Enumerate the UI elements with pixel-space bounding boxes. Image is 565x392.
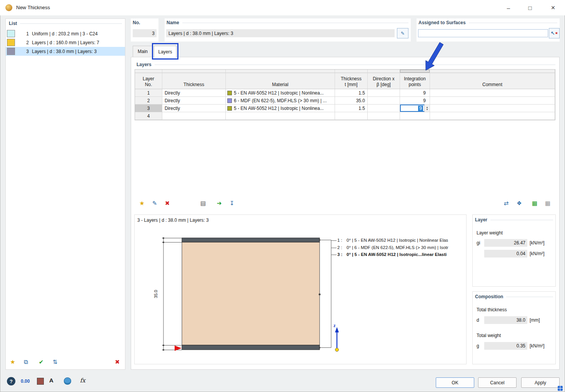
delete-thickness-button[interactable]: ✖: [113, 357, 122, 367]
close-button[interactable]: ×: [544, 0, 562, 15]
thickness-value-cell[interactable]: [335, 112, 368, 120]
list-item[interactable]: 2 Layers | d : 160.0 mm | Layers: 7: [6, 38, 125, 47]
layer-number-cell[interactable]: 3: [135, 105, 162, 112]
help-button[interactable]: ?: [6, 376, 16, 386]
list-item-label: Uniform | d : 203.2 mm | 3 - C24: [32, 31, 98, 37]
pick-cursor-icon: ↖: [551, 30, 555, 36]
header-direction: Direction xβ [deg]: [368, 73, 400, 89]
direction-cell[interactable]: [368, 112, 400, 120]
integration-points-edit-cell[interactable]: 9 ▴ ▾: [400, 105, 430, 112]
new-thickness-button[interactable]: ★: [8, 357, 17, 367]
thickness-value-cell[interactable]: 35.0: [335, 97, 368, 105]
windows-logo-icon: [558, 386, 563, 391]
thickness-type-cell[interactable]: Directly: [162, 105, 226, 112]
apply-button[interactable]: Apply: [521, 377, 560, 388]
cancel-button[interactable]: Cancel: [478, 377, 517, 388]
d-label: d: [477, 317, 479, 323]
edit-layer-button[interactable]: ✎: [150, 199, 159, 208]
comment-cell[interactable]: [430, 112, 555, 120]
check-thicknesses-button[interactable]: ✔: [37, 357, 46, 367]
header-line: β [deg]: [377, 82, 391, 88]
import-table-button[interactable]: ▦: [543, 199, 552, 208]
material-text: 5 - EN AW-5052 H12 | Isotropic | Nonline…: [234, 106, 324, 111]
decimals-icon: 0.00: [21, 379, 30, 384]
material-cell[interactable]: 5 - EN AW-5052 H12 | Isotropic | Nonline…: [226, 89, 335, 97]
decimal-places-button[interactable]: 0.00: [21, 379, 30, 384]
list-title-text: List: [9, 21, 17, 26]
check-icon: ✔: [39, 359, 44, 365]
transfer-button[interactable]: ⇄: [502, 199, 511, 208]
pick-x-icon: ✖: [555, 32, 558, 35]
material-cell[interactable]: [226, 112, 335, 120]
font-button[interactable]: A: [49, 377, 53, 384]
composite-button[interactable]: ❖: [515, 199, 524, 208]
save-layers-button[interactable]: ↧: [227, 199, 237, 208]
layer-number-cell[interactable]: 2: [135, 97, 162, 105]
assigned-surfaces-field[interactable]: [418, 29, 548, 37]
header-line: No.: [145, 82, 152, 88]
maximize-icon: □: [528, 5, 532, 11]
list-item-number: 3: [15, 49, 29, 54]
copy-thickness-button[interactable]: ⧉: [21, 357, 30, 367]
material-cell[interactable]: 6 - MDF (EN 622-5), MDF.HLS (> 30 mm) | …: [226, 97, 335, 105]
add-layer-button[interactable]: ★: [137, 199, 147, 208]
header-line: t [mm]: [345, 82, 357, 88]
color-button[interactable]: [37, 378, 44, 385]
pick-surfaces-button[interactable]: ↖✖: [549, 28, 560, 38]
globe-button[interactable]: [64, 377, 71, 385]
integration-points-input[interactable]: 9: [418, 106, 423, 111]
composite-icon: ❖: [517, 200, 522, 207]
list-item-selected[interactable]: 3 Layers | d : 38.0 mm | Layers: 3: [6, 47, 125, 56]
legend-text: 0° | 6 - MDF (EN 622-5), MDF.HLS (> 30 m…: [347, 245, 448, 250]
direction-cell[interactable]: [368, 97, 400, 105]
edit-name-button[interactable]: ✎: [397, 28, 408, 38]
name-field[interactable]: Layers | d : 38.0 mm | Layers: 3: [166, 29, 395, 37]
minimize-button[interactable]: –: [500, 0, 517, 15]
thickness-value-cell[interactable]: 1.5: [335, 89, 368, 97]
layers-section-title: Layers: [137, 62, 555, 67]
comment-cell[interactable]: [430, 97, 555, 105]
formula-button[interactable]: fx: [80, 377, 85, 384]
import-layers-button[interactable]: ➔: [215, 199, 224, 208]
dimension-lines: [162, 238, 182, 350]
strip-cell: [226, 70, 335, 73]
comment-cell[interactable]: [430, 105, 555, 112]
integration-points-cell[interactable]: [400, 112, 430, 120]
no-field[interactable]: 3: [133, 29, 157, 37]
spinner[interactable]: ▴ ▾: [424, 105, 430, 112]
spinner-down-icon[interactable]: ▾: [427, 108, 428, 111]
composition-title-text: Composition: [475, 294, 503, 299]
delete-layer-button[interactable]: ✖: [163, 199, 172, 208]
layer-number-cell[interactable]: 1: [135, 89, 162, 97]
direction-cell[interactable]: [368, 105, 400, 112]
section-top-face: [182, 238, 320, 242]
g-unit: [kN/m²]: [530, 343, 545, 349]
material-library-button[interactable]: ▤: [198, 199, 208, 208]
material-cell[interactable]: 5 - EN AW-5052 H12 | Isotropic | Nonline…: [226, 105, 335, 112]
integration-points-cell[interactable]: 9: [400, 97, 430, 105]
integration-points-cell[interactable]: 9: [400, 89, 430, 97]
list-item[interactable]: 1 Uniform | d : 203.2 mm | 3 - C24: [6, 29, 125, 38]
gi-unit: [kN/m³]: [530, 240, 545, 246]
legend-item-active: 3 : 0° | 5 - EN AW-5052 H12 | Isotropic.…: [337, 252, 466, 257]
title-rule: [490, 220, 553, 220]
new-thickness-dialog: New Thickness – □ × List 1 Uniform | d :…: [0, 0, 565, 392]
ok-button[interactable]: OK: [436, 377, 474, 388]
header-line: points: [408, 82, 421, 88]
thickness-type-cell[interactable]: Directly: [162, 89, 226, 97]
maximize-button[interactable]: □: [521, 0, 539, 15]
tab-main[interactable]: Main: [133, 46, 153, 57]
export-table-button[interactable]: ▦: [530, 199, 539, 208]
thickness-type-cell[interactable]: Directly: [162, 97, 226, 105]
direction-cell[interactable]: [368, 89, 400, 97]
thickness-value-cell[interactable]: 1.5: [335, 105, 368, 112]
table-header-row: LayerNo. Thickness Material Thicknesst […: [135, 73, 555, 89]
header-line: Material: [272, 82, 288, 88]
thickness-type-cell[interactable]: [162, 112, 226, 120]
gi-label: gi: [477, 240, 480, 246]
comment-cell[interactable]: [430, 89, 555, 97]
renumber-button[interactable]: ⇅: [50, 357, 60, 367]
ok-label: OK: [452, 380, 458, 385]
list-toolbar: ★ ⧉ ✔ ⇅ ✖: [6, 357, 125, 367]
layer-number-cell[interactable]: 4: [135, 112, 162, 120]
